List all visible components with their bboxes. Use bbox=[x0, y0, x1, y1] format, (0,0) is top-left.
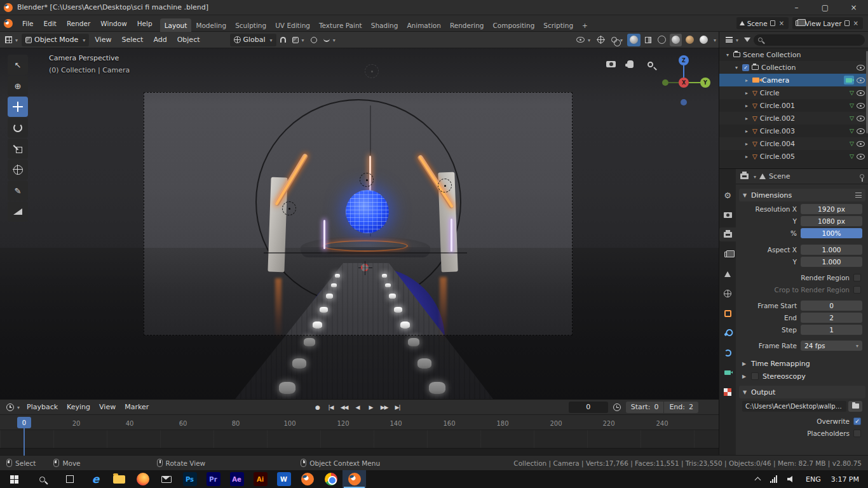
tab-modeling[interactable]: Modeling bbox=[191, 18, 231, 32]
overlays-toggle[interactable] bbox=[609, 34, 625, 46]
current-frame-line[interactable] bbox=[24, 428, 25, 456]
tab-world-properties[interactable] bbox=[719, 287, 736, 301]
frame-step-field[interactable]: 1 bbox=[801, 325, 862, 335]
collection-checkbox[interactable]: ✓ bbox=[742, 64, 749, 71]
tray-volume[interactable] bbox=[782, 470, 801, 488]
resolution-x-field[interactable]: 1920 px bbox=[801, 204, 862, 214]
context-dropdown[interactable] bbox=[752, 172, 756, 180]
taskbar-search-button[interactable] bbox=[28, 470, 56, 488]
snap-target-selector[interactable] bbox=[290, 34, 307, 46]
outliner-editor-type-selector[interactable] bbox=[723, 34, 741, 46]
visibility-eye-icon[interactable] bbox=[857, 65, 865, 71]
menu-select[interactable]: Select bbox=[117, 32, 147, 48]
tab-rendering[interactable]: Rendering bbox=[445, 18, 489, 32]
tab-shading[interactable]: Shading bbox=[367, 18, 403, 32]
menu-edit[interactable]: Edit bbox=[39, 15, 62, 32]
menu-keying[interactable]: Keying bbox=[62, 399, 95, 416]
menu-view-timeline[interactable]: View bbox=[95, 399, 120, 416]
output-section-header[interactable]: ▼Output bbox=[739, 386, 865, 398]
menu-add[interactable]: Add bbox=[149, 32, 171, 48]
tab-view-layer-properties[interactable] bbox=[719, 247, 736, 261]
play-button[interactable]: ▶ bbox=[364, 402, 377, 413]
taskbar-app-after-effects[interactable]: Ae bbox=[225, 470, 248, 488]
tab-object-data-properties[interactable] bbox=[719, 365, 736, 379]
shading-rendered-button[interactable] bbox=[698, 34, 710, 46]
aspect-y-field[interactable]: 1.000 bbox=[801, 257, 862, 267]
frame-start-prop-field[interactable]: 0 bbox=[801, 301, 862, 311]
taskbar-app-illustrator[interactable]: Ai bbox=[248, 470, 272, 488]
tab-scene-properties[interactable] bbox=[719, 267, 736, 281]
visibility-eye-icon[interactable] bbox=[857, 116, 865, 121]
zoom-view-button[interactable] bbox=[642, 56, 658, 72]
tab-render-properties[interactable] bbox=[719, 208, 736, 222]
task-view-button[interactable] bbox=[56, 470, 84, 488]
view-layer-selector[interactable]: View Layer × bbox=[792, 17, 863, 29]
start-button[interactable] bbox=[0, 470, 28, 488]
editor-type-selector[interactable] bbox=[3, 34, 20, 46]
taskbar-app-photoshop[interactable]: Ps bbox=[178, 470, 201, 488]
transform-orientation-selector[interactable]: Global bbox=[230, 34, 276, 46]
snap-toggle[interactable] bbox=[278, 34, 288, 46]
tab-uv-editing[interactable]: UV Editing bbox=[271, 18, 315, 32]
camera-view-button[interactable] bbox=[602, 56, 619, 72]
blender-menu-icon[interactable] bbox=[4, 19, 13, 28]
tab-modifier-properties[interactable] bbox=[719, 326, 736, 340]
camera-data-chip[interactable] bbox=[844, 76, 854, 85]
axis-neg-z-ball[interactable] bbox=[681, 99, 687, 105]
select-box-tool[interactable]: ↖ bbox=[8, 55, 28, 75]
next-keyframe-button[interactable]: ▶▶ bbox=[377, 402, 391, 413]
tray-network[interactable] bbox=[765, 470, 782, 488]
tab-animation[interactable]: Animation bbox=[402, 18, 445, 32]
visibility-eye-icon[interactable] bbox=[857, 141, 865, 147]
pan-view-button[interactable] bbox=[622, 56, 639, 72]
frame-rate-dropdown[interactable]: 24 fps bbox=[801, 341, 862, 351]
new-view-layer-icon[interactable] bbox=[844, 20, 850, 26]
menu-object[interactable]: Object bbox=[173, 32, 205, 48]
tab-physics-properties[interactable] bbox=[719, 346, 736, 360]
tray-show-hidden-icons[interactable] bbox=[750, 470, 765, 488]
maximize-button[interactable]: ▢ bbox=[811, 0, 839, 15]
frame-start-field[interactable]: Start:0 bbox=[626, 402, 664, 413]
gizmos-toggle[interactable] bbox=[595, 34, 607, 46]
pin-icon[interactable] bbox=[860, 174, 864, 179]
prev-keyframe-button[interactable]: ◀◀ bbox=[337, 402, 351, 413]
outliner-row-circle-002[interactable]: ▸▽ Circle.002 ▽ bbox=[719, 112, 868, 125]
scale-tool[interactable] bbox=[8, 139, 28, 159]
tab-output-properties[interactable] bbox=[719, 227, 736, 241]
timeline-ruler[interactable]: 0 20 40 60 80 100 120 140 160 180 200 22… bbox=[0, 415, 719, 430]
new-scene-icon[interactable] bbox=[770, 20, 775, 26]
taskbar-app-word[interactable]: W bbox=[272, 470, 295, 488]
taskbar-app-chrome[interactable] bbox=[319, 470, 342, 488]
menu-render[interactable]: Render bbox=[62, 15, 95, 32]
taskbar-app-mail[interactable] bbox=[154, 470, 178, 488]
show-overlays-active-toggle[interactable] bbox=[627, 34, 641, 46]
use-preview-range-icon[interactable] bbox=[613, 403, 621, 411]
stereoscopy-section[interactable]: ▶ Stereoscopy bbox=[737, 370, 867, 383]
tray-clock[interactable]: 3:17 PM bbox=[826, 470, 868, 488]
mode-selector[interactable]: Object Mode bbox=[22, 34, 89, 46]
menu-window[interactable]: Window bbox=[95, 15, 132, 32]
close-button[interactable]: × bbox=[839, 0, 868, 15]
outliner-row-scene-collection[interactable]: ▾ Scene Collection bbox=[719, 48, 868, 61]
placeholders-checkbox[interactable] bbox=[853, 430, 861, 437]
render-region-checkbox[interactable] bbox=[853, 274, 861, 281]
shading-material-button[interactable] bbox=[684, 34, 696, 46]
camera-frame-border[interactable] bbox=[144, 92, 573, 336]
menu-playback[interactable]: Playback bbox=[22, 399, 62, 416]
proportional-edit-toggle[interactable] bbox=[308, 34, 320, 46]
minimize-button[interactable]: – bbox=[782, 0, 811, 15]
selectability-dropdown[interactable] bbox=[574, 34, 593, 46]
tab-texture-properties[interactable] bbox=[719, 385, 736, 399]
annotate-tool[interactable]: ✎ bbox=[8, 180, 28, 201]
3d-viewport[interactable]: Camera Perspective (0) Collection | Came… bbox=[0, 48, 719, 399]
menu-marker[interactable]: Marker bbox=[120, 399, 153, 416]
dimensions-section-header[interactable]: ▼Dimensions bbox=[739, 189, 865, 201]
timeline-track-area[interactable] bbox=[0, 430, 719, 456]
visibility-eye-icon[interactable] bbox=[857, 154, 865, 159]
outliner-row-circle-005[interactable]: ▸▽ Circle.005 ▽ bbox=[719, 150, 868, 163]
crop-region-checkbox[interactable] bbox=[853, 286, 861, 294]
visibility-eye-icon[interactable] bbox=[857, 78, 865, 83]
move-tool[interactable] bbox=[8, 97, 28, 117]
tab-object-properties[interactable] bbox=[719, 306, 736, 320]
outliner-row-circle-004[interactable]: ▸▽ Circle.004 ▽ bbox=[719, 137, 868, 150]
